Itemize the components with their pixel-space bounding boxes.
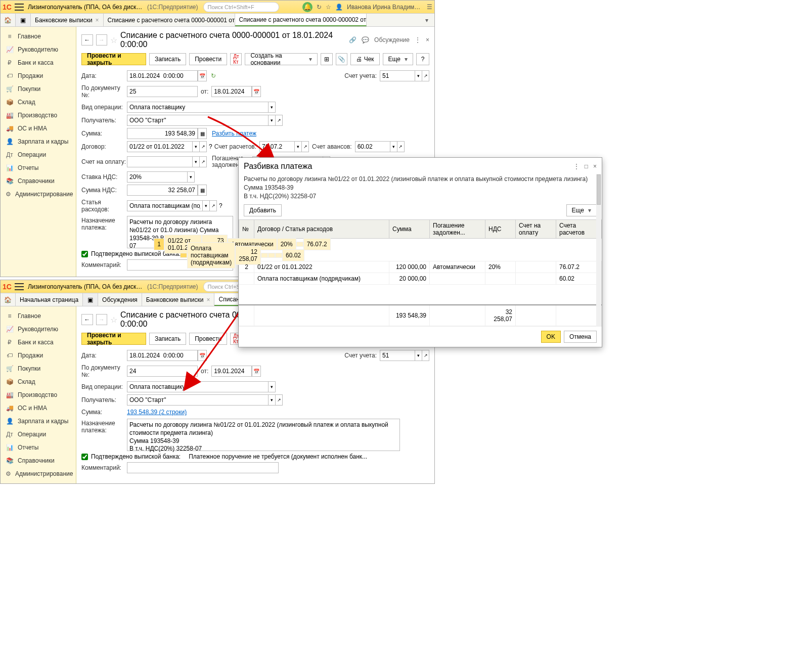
open-icon[interactable]: ↗ bbox=[200, 156, 207, 167]
open-icon[interactable]: ↗ bbox=[200, 141, 207, 152]
menu-icon[interactable] bbox=[15, 4, 24, 11]
more-button[interactable]: Еще bbox=[383, 53, 413, 65]
close-icon[interactable]: × bbox=[96, 17, 99, 24]
sidebar-item-purchases[interactable]: 🛒Покупки bbox=[1, 82, 76, 96]
sidebar-item-bank[interactable]: ₽Банк и касса bbox=[1, 336, 76, 349]
contract-input[interactable] bbox=[127, 141, 193, 152]
comment-input[interactable] bbox=[127, 462, 279, 473]
close-icon[interactable]: × bbox=[426, 36, 429, 43]
bell-icon[interactable]: 🔔 bbox=[302, 2, 313, 12]
dropdown-icon[interactable]: ▾ bbox=[269, 102, 276, 113]
check-button[interactable]: 🖨Чек bbox=[350, 53, 380, 65]
kebab-icon[interactable]: ⋮ bbox=[573, 163, 580, 170]
dropdown-icon[interactable]: ▾ bbox=[295, 141, 302, 152]
cancel-button[interactable]: Отмена bbox=[564, 331, 597, 343]
sum-input[interactable] bbox=[127, 128, 198, 139]
dropdown-icon[interactable]: ▾ bbox=[193, 156, 200, 167]
date-input[interactable] bbox=[127, 350, 198, 361]
dropdown-icon[interactable]: ▾ bbox=[415, 350, 422, 361]
tabs-dropdown-icon[interactable]: ▾ bbox=[419, 14, 434, 26]
optype-input[interactable] bbox=[127, 381, 269, 392]
account-input[interactable] bbox=[380, 70, 415, 81]
dropdown-icon[interactable]: ▾ bbox=[269, 115, 276, 126]
calendar-icon[interactable]: 📅 bbox=[252, 366, 261, 377]
recipient-input[interactable] bbox=[127, 394, 269, 406]
sidebar-item-reports[interactable]: 📊Отчеты bbox=[1, 161, 76, 174]
acct-adv-input[interactable] bbox=[355, 141, 390, 152]
global-search[interactable]: Поиск Ctrl+Shift+F bbox=[203, 2, 279, 12]
create-based-on-button[interactable]: Создать на основании bbox=[245, 53, 318, 65]
history-icon[interactable]: ↻ bbox=[317, 4, 322, 11]
sidebar-item-payroll[interactable]: 👤Зарплата и кадры bbox=[1, 415, 76, 428]
sidebar-item-main[interactable]: ≡Главное bbox=[1, 30, 76, 43]
tab-home[interactable]: Начальная страница bbox=[16, 293, 83, 306]
favorite-icon[interactable]: ☆ bbox=[110, 315, 117, 325]
open-icon[interactable]: ↗ bbox=[397, 141, 405, 152]
col-debt[interactable]: Погашение задолжен... bbox=[430, 220, 485, 239]
confirmed-checkbox[interactable] bbox=[81, 454, 88, 460]
discuss-icon[interactable]: 💬 bbox=[362, 36, 369, 43]
discuss-label[interactable]: Обсуждение bbox=[374, 36, 410, 43]
sidebar-item-operations[interactable]: ДтОперации bbox=[1, 428, 76, 441]
account-input[interactable] bbox=[380, 350, 415, 361]
recipient-input[interactable] bbox=[127, 115, 269, 126]
sidebar-item-bank[interactable]: ₽Банк и касса bbox=[1, 56, 76, 69]
acct-calc-input[interactable] bbox=[259, 141, 295, 152]
dropdown-icon[interactable]: ▾ bbox=[390, 141, 397, 152]
star-icon[interactable]: ☆ bbox=[326, 4, 331, 11]
add-button[interactable]: Добавить bbox=[244, 204, 282, 216]
ok-button[interactable]: OK bbox=[541, 331, 561, 343]
sidebar-item-production[interactable]: 🏭Производство bbox=[1, 388, 76, 401]
post-button[interactable]: Провести bbox=[189, 333, 227, 345]
calendar-icon[interactable]: 📅 bbox=[252, 86, 261, 97]
sidebar-item-reports[interactable]: 📊Отчеты bbox=[1, 441, 76, 454]
dtkt-button[interactable]: ДтКт bbox=[230, 53, 242, 65]
sidebar-item-operations[interactable]: ДтОперации bbox=[1, 148, 76, 161]
sidebar-item-manager[interactable]: 📈Руководителю bbox=[1, 43, 76, 56]
col-accts[interactable]: Счета расчетов bbox=[556, 220, 602, 239]
dropdown-icon[interactable]: ▾ bbox=[188, 171, 195, 183]
col-vat[interactable]: НДС bbox=[485, 220, 516, 239]
calc-icon[interactable]: ▦ bbox=[198, 128, 207, 139]
scrollbar[interactable] bbox=[596, 174, 601, 327]
dropdown-icon[interactable]: ▾ bbox=[415, 70, 422, 81]
docdate-input[interactable] bbox=[211, 86, 252, 97]
structure-button[interactable]: ⊞ bbox=[321, 53, 332, 65]
open-icon[interactable]: ↗ bbox=[422, 350, 429, 361]
attach-button[interactable]: 📎 bbox=[336, 53, 347, 65]
confirmed-checkbox[interactable] bbox=[81, 251, 88, 257]
table-row[interactable]: Оплата поставщикам (подрядчикам)12 258,0… bbox=[239, 250, 246, 261]
dropdown-icon[interactable]: ▾ bbox=[193, 141, 200, 152]
dropdown-icon[interactable]: ▾ bbox=[203, 200, 210, 211]
save-button[interactable]: Записать bbox=[149, 333, 186, 345]
close-icon[interactable]: × bbox=[206, 296, 210, 303]
windows-icon[interactable]: ▣ bbox=[83, 293, 98, 306]
table-row[interactable]: 201/22 от 01.01.2022120 000,00Автоматиче… bbox=[239, 261, 602, 273]
tab-bank[interactable]: Банковские выписки× bbox=[31, 14, 104, 26]
calendar-icon[interactable]: 📅 bbox=[198, 70, 207, 81]
docnum-input[interactable] bbox=[127, 366, 198, 377]
sidebar-item-admin[interactable]: ⚙Администрирование bbox=[1, 188, 76, 201]
home-icon[interactable]: 🏠 bbox=[1, 293, 16, 306]
sidebar-item-warehouse[interactable]: 📦Склад bbox=[1, 96, 76, 109]
invoice-input[interactable] bbox=[127, 156, 193, 167]
link-icon[interactable]: 🔗 bbox=[349, 36, 357, 43]
post-button[interactable]: Провести bbox=[189, 53, 227, 65]
sidebar-item-main[interactable]: ≡Главное bbox=[1, 309, 76, 323]
open-icon[interactable]: ↗ bbox=[422, 70, 429, 81]
col-num[interactable]: № bbox=[239, 220, 254, 239]
open-icon[interactable]: ↗ bbox=[302, 141, 309, 152]
col-sum[interactable]: Сумма bbox=[389, 220, 430, 239]
home-icon[interactable]: 🏠 bbox=[1, 14, 16, 26]
back-button[interactable]: ← bbox=[81, 34, 93, 46]
help-icon[interactable]: ? bbox=[219, 202, 222, 209]
vat-input[interactable] bbox=[127, 171, 188, 183]
forward-button[interactable]: → bbox=[96, 314, 108, 325]
back-button[interactable]: ← bbox=[81, 314, 93, 325]
more-button[interactable]: Еще bbox=[566, 204, 597, 216]
split-payment-link[interactable]: Разбить платеж bbox=[212, 130, 256, 137]
panel-icon[interactable]: ☰ bbox=[427, 4, 432, 11]
purpose-textarea[interactable]: Расчеты по договору лизинга №01/22 от 01… bbox=[127, 419, 400, 451]
menu-icon[interactable] bbox=[15, 283, 24, 290]
forward-button[interactable]: → bbox=[96, 34, 108, 46]
